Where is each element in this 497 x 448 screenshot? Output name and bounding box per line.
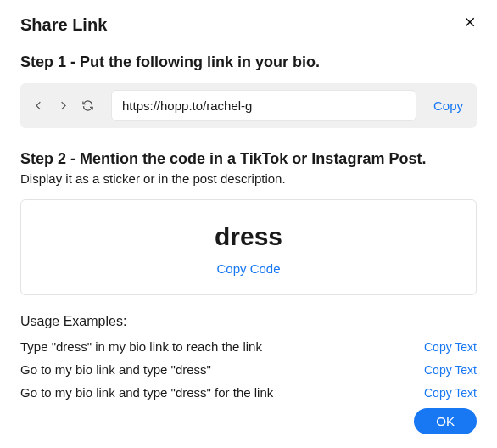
step2-subtext: Display it as a sticker or in the post d… (20, 171, 477, 186)
usage-example-text: Go to my bio link and type "dress" for t… (20, 385, 273, 400)
forward-icon[interactable] (57, 99, 70, 112)
step2-heading: Step 2 - Mention the code in a TikTok or… (20, 150, 477, 168)
copy-text-button[interactable]: Copy Text (424, 386, 477, 400)
usage-example-row: Type "dress" in my bio link to reach the… (20, 339, 477, 354)
url-input[interactable] (111, 90, 416, 121)
code-panel: dress Copy Code (20, 199, 477, 295)
usage-example-row: Go to my bio link and type "dress" Copy … (20, 362, 477, 377)
copy-link-button[interactable]: Copy (427, 98, 470, 113)
usage-example-text: Type "dress" in my bio link to reach the… (20, 339, 262, 354)
code-value: dress (30, 222, 467, 251)
dialog-title: Share Link (20, 15, 107, 35)
copy-text-button[interactable]: Copy Text (424, 363, 477, 377)
ok-button[interactable]: OK (414, 408, 477, 434)
refresh-icon[interactable] (81, 99, 94, 112)
url-bar: Copy (20, 83, 477, 128)
usage-title: Usage Examples: (20, 314, 477, 329)
copy-text-button[interactable]: Copy Text (424, 340, 477, 354)
back-icon[interactable] (32, 99, 45, 112)
copy-code-button[interactable]: Copy Code (30, 261, 467, 276)
usage-example-text: Go to my bio link and type "dress" (20, 362, 211, 377)
step1-heading: Step 1 - Put the following link in your … (20, 53, 477, 71)
usage-example-row: Go to my bio link and type "dress" for t… (20, 385, 477, 400)
close-icon[interactable] (463, 15, 477, 31)
